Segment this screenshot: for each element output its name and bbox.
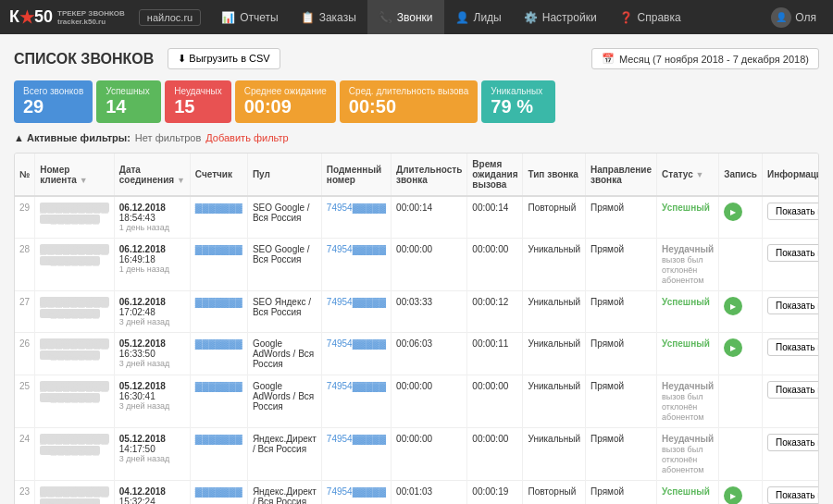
show-info-button[interactable]: Показать информацию [767, 297, 819, 314]
cell-counter: ▓▓▓▓▓▓▓ [190, 481, 247, 505]
status-fail-desc: вызов был отклонён абонентом [662, 255, 703, 285]
col-status[interactable]: Статус ▼ [657, 154, 719, 196]
col-date[interactable]: Датасоединения ▼ [114, 154, 190, 196]
cell-date: 05.12.2018 16:30:41 3 дней назад [114, 375, 190, 428]
stat-success-label: Успешных [106, 86, 152, 96]
reports-icon: 📊 [221, 11, 235, 24]
date-main: 05.12.2018 [119, 434, 185, 444]
play-button[interactable]: ▶ [724, 297, 742, 315]
main-nav: 📊Отчеты 📋Заказы 📞Звонки 👤Лиды ⚙️Настройк… [210, 0, 764, 34]
nav-item-calls[interactable]: 📞Звонки [367, 0, 444, 34]
stat-total: Всего звонков 29 [14, 80, 93, 123]
main-content: СПИСОК ЗВОНКОВ ⬇ Выгрузить в CSV 📅 Месяц… [0, 34, 833, 504]
cell-type: Уникальный [523, 375, 586, 428]
status-fail: Неудачный [662, 381, 714, 391]
col-phone[interactable]: Номерклиента ▼ [35, 154, 115, 196]
settings-icon: ⚙️ [524, 11, 538, 24]
play-button[interactable]: ▶ [724, 486, 742, 504]
play-button[interactable]: ▶ [724, 203, 742, 221]
cell-info: Показать информацию [762, 333, 819, 375]
table-row: 26 ▓▓▓▓▓▓▓▓▓ нч▓▓▓▓▓▓▓ 05.12.2018 16:33:… [15, 333, 819, 375]
cell-info: Показать информацию [762, 196, 819, 239]
cell-phone: ▓▓▓▓▓▓▓▓▓ нч▓▓▓▓▓▓▓ [35, 375, 115, 428]
cell-pool: Google AdWords / Вся Россия [247, 333, 321, 375]
date-ago: 3 дней назад [119, 359, 185, 368]
add-filter-link[interactable]: Добавить фильтр [205, 132, 288, 143]
domain-selector[interactable]: найлос.ru [139, 9, 201, 26]
calls-table-container: № Номерклиента ▼ Датасоединения ▼ Счетчи… [14, 153, 819, 504]
cell-wait: 00:00:11 [467, 333, 523, 375]
phone-number-2: нч▓▓▓▓▓▓▓ [40, 309, 100, 318]
cell-num: 24 [15, 428, 35, 481]
col-type: Тип звонка [523, 154, 586, 196]
cell-record [719, 375, 763, 428]
cell-info: Показать информацию [762, 291, 819, 333]
cell-phone: ▓▓▓▓▓▓▓▓▓ нч▓▓▓▓▓▓▓ [35, 291, 115, 333]
date-time: 15:32:24 [119, 497, 185, 504]
nav-item-orders[interactable]: 📋Заказы [290, 0, 367, 34]
cell-direction: Прямой [586, 481, 657, 505]
nav-item-leads[interactable]: 👤Лиды [444, 0, 513, 34]
user-name: Оля [795, 11, 816, 24]
show-info-button[interactable]: Показать информацию [767, 244, 819, 262]
cell-info: Показать информацию [762, 239, 819, 291]
cell-counter: ▓▓▓▓▓▓▓ [190, 428, 247, 481]
date-main: 06.12.2018 [119, 244, 185, 254]
cell-status: Неудачныйвызов был отклонён абонентом [657, 375, 719, 428]
status-success: Успешный [662, 486, 710, 497]
nav-item-settings[interactable]: ⚙️Настройки [513, 0, 608, 34]
cell-sub-num: 74954▓▓▓▓▓ [321, 333, 391, 375]
status-fail: Неудачный [662, 244, 714, 254]
col-direction: Направлениезвонка [586, 154, 657, 196]
phone-number-2: нч▓▓▓▓▓▓▓ [40, 446, 100, 455]
nav-item-help[interactable]: ❓Справка [608, 0, 692, 34]
cell-sub-num: 74954▓▓▓▓▓ [321, 481, 391, 505]
stat-avg-wait: Среднее ожидание 00:09 [235, 80, 336, 123]
cell-num: 27 [15, 291, 35, 333]
cell-duration: 00:01:03 [392, 481, 467, 505]
cell-num: 25 [15, 375, 35, 428]
cell-num: 29 [15, 196, 35, 239]
stat-unique: Уникальных 79 % [481, 80, 555, 123]
filters-label: ▲ Активные фильтры: [14, 132, 131, 143]
col-info: Информация о звонке [762, 154, 819, 196]
cell-info: Показать информацию [762, 428, 819, 481]
col-sub-num: Подменныйномер [321, 154, 391, 196]
cell-pool: SEO Google / Вся Россия [247, 196, 321, 239]
cell-record: ▶ [719, 291, 763, 333]
phone-number: ▓▓▓▓▓▓▓▓▓ [40, 381, 109, 391]
stat-fail: Неудачных 15 [165, 80, 230, 123]
cell-direction: Прямой [586, 375, 657, 428]
table-row: 24 ▓▓▓▓▓▓▓▓▓ нч▓▓▓▓▓▓▓ 05.12.2018 14:17:… [15, 428, 819, 481]
cell-direction: Прямой [586, 333, 657, 375]
date-time: 17:02:48 [119, 307, 185, 317]
cell-type: Уникальный [523, 333, 586, 375]
col-duration: Длительностьзвонка [392, 154, 467, 196]
status-success: Успешный [662, 297, 710, 307]
show-info-button[interactable]: Показать информацию [767, 381, 819, 399]
show-info-button[interactable]: Показать информацию [767, 338, 819, 356]
stat-avg-dur-value: 00:50 [349, 96, 468, 117]
phone-number: ▓▓▓▓▓▓▓▓▓ [40, 297, 109, 307]
date-ago: 1 день назад [119, 223, 185, 232]
avatar: 👤 [771, 7, 791, 28]
filters-value: Нет фильтров [135, 132, 201, 143]
show-info-button[interactable]: Показать информацию [767, 486, 819, 504]
cell-date: 06.12.2018 18:54:43 1 день назад [114, 196, 190, 239]
show-info-button[interactable]: Показать информацию [767, 203, 819, 220]
play-button[interactable]: ▶ [724, 338, 742, 357]
nav-item-reports[interactable]: 📊Отчеты [210, 0, 289, 34]
title-row: СПИСОК ЗВОНКОВ ⬇ Выгрузить в CSV [14, 48, 280, 69]
stat-avg-dur: Сред. длительность вызова 00:50 [340, 80, 478, 123]
export-csv-button[interactable]: ⬇ Выгрузить в CSV [168, 48, 280, 69]
cell-record [719, 239, 763, 291]
phone-number: ▓▓▓▓▓▓▓▓▓ [40, 338, 109, 349]
cell-wait: 00:00:14 [467, 196, 523, 239]
date-filter[interactable]: 📅 Месяц (7 ноября 2018 - 7 декабря 2018) [591, 48, 819, 69]
cell-info: Показать информацию [762, 481, 819, 505]
user-menu[interactable]: 👤 Оля [764, 0, 824, 34]
cell-counter: ▓▓▓▓▓▓▓ [190, 239, 247, 291]
cell-wait: 00:00:12 [467, 291, 523, 333]
cell-pool: SEO Яндекс / Вся Россия [247, 291, 321, 333]
show-info-button[interactable]: Показать информацию [767, 434, 819, 451]
